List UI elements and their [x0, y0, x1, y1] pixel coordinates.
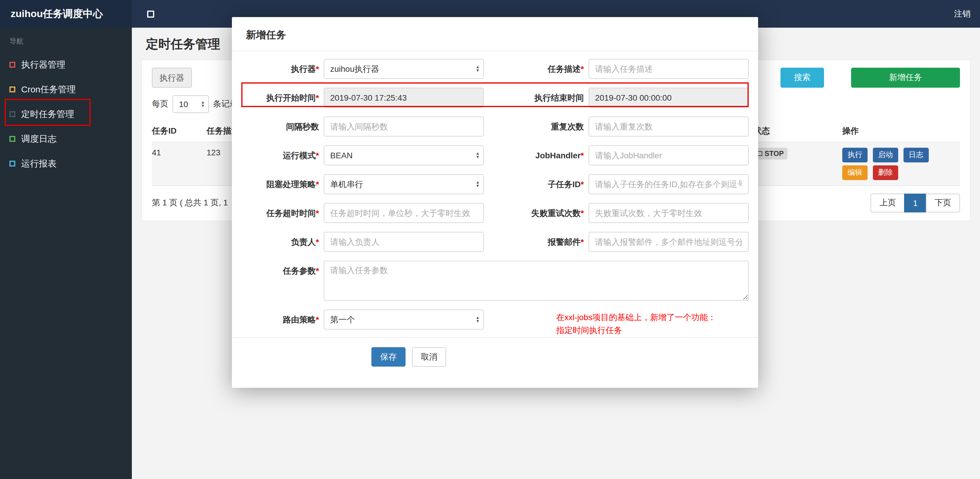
- per-page-value: 10: [179, 99, 188, 109]
- delete-button[interactable]: 删除: [873, 166, 898, 180]
- feature-note: 在xxl-jobs项目的基础上，新增了一个功能： 指定时间执行任务: [556, 310, 716, 337]
- sidebar-toggle-icon[interactable]: [147, 11, 154, 18]
- sidebar-item-label: 执行器管理: [21, 59, 65, 70]
- run-mode-select-value: BEAN: [330, 151, 353, 160]
- retry-input[interactable]: [589, 203, 749, 223]
- child-job-label: 子任务ID*: [484, 174, 584, 194]
- next-page-button[interactable]: 下页: [926, 194, 960, 212]
- header-task-id: 任务ID: [152, 121, 207, 142]
- sidebar-item-label: Cron任务管理: [21, 84, 76, 95]
- app-brand: zuihou任务调度中心: [0, 0, 132, 28]
- sidebar-item-timed-task[interactable]: 定时任务管理: [0, 102, 132, 127]
- interval-input[interactable]: [324, 116, 484, 137]
- sidebar-item-cron-task[interactable]: Cron任务管理: [0, 77, 132, 102]
- repeat-count-label: 重复次数: [484, 116, 584, 137]
- modal-title: 新增任务: [232, 17, 758, 51]
- square-icon: [10, 161, 15, 167]
- executor-filter-addon: 执行器: [152, 68, 192, 88]
- feature-note-line1: 在xxl-jobs项目的基础上，新增了一个功能：: [556, 311, 716, 324]
- sidebar-item-run-report[interactable]: 运行报表: [0, 151, 132, 176]
- cell-actions: 执行 启动 日志 编辑 删除: [842, 142, 960, 186]
- sidebar-item-dispatch-log[interactable]: 调度日志: [0, 127, 132, 151]
- per-page-select[interactable]: 10 ▲▼: [172, 95, 209, 113]
- modal-footer: 保存 取消: [232, 337, 758, 388]
- sidebar-nav-label: 导航: [0, 28, 132, 53]
- pagination-buttons: 上页 1 下页: [870, 194, 960, 212]
- log-button[interactable]: 日志: [904, 148, 929, 162]
- cell-task-id: 41: [152, 142, 207, 186]
- block-strategy-label: 阻塞处理策略*: [242, 174, 319, 194]
- modal-form: 执行器* zuihou执行器 ▲▼ 任务描述* 执行开始时间* 执行结束时间: [232, 51, 758, 337]
- add-task-button[interactable]: 新增任务: [851, 68, 960, 88]
- prev-page-button[interactable]: 上页: [870, 194, 905, 212]
- route-strategy-select-value: 第一个: [330, 315, 355, 324]
- sidebar-item-label: 调度日志: [21, 133, 57, 145]
- app-root: zuihou任务调度中心 注销 导航 执行器管理 Cron任务管理 定时任务管理…: [0, 0, 980, 479]
- logout-link[interactable]: 注销: [954, 0, 970, 28]
- status-text: STOP: [765, 150, 784, 158]
- form-row-time-range: 执行开始时间* 执行结束时间: [232, 88, 758, 108]
- form-row-executor-desc: 执行器* zuihou执行器 ▲▼ 任务描述*: [232, 59, 758, 79]
- end-time-input[interactable]: [589, 88, 749, 108]
- sidebar: 导航 执行器管理 Cron任务管理 定时任务管理 调度日志 运行报表: [0, 28, 132, 479]
- interval-label: 间隔秒数: [242, 116, 319, 137]
- add-task-modal: 新增任务 执行器* zuihou执行器 ▲▼ 任务描述* 执行开始时间*: [232, 17, 758, 388]
- run-mode-label: 运行模式*: [242, 145, 319, 166]
- action-row-2: 编辑 删除: [842, 166, 955, 180]
- select-arrows-icon: ▲▼: [476, 181, 480, 188]
- block-strategy-select[interactable]: 单机串行 ▲▼: [324, 174, 484, 194]
- alarm-email-input[interactable]: [589, 232, 749, 252]
- job-handler-input[interactable]: [589, 145, 749, 166]
- form-row-job-param: 任务参数*: [232, 261, 758, 301]
- form-row-owner-email: 负责人* 报警邮件*: [232, 232, 758, 252]
- status-badge: STOP: [753, 148, 788, 159]
- cell-status: STOP: [753, 142, 842, 186]
- job-param-label: 任务参数*: [242, 261, 319, 301]
- start-time-label: 执行开始时间*: [242, 88, 319, 108]
- form-row-block-child: 阻塞处理策略* 单机串行 ▲▼ 子任务ID*: [232, 174, 758, 194]
- block-strategy-select-value: 单机串行: [330, 180, 363, 189]
- form-row-mode-handler: 运行模式* BEAN ▲▼ JobHandler*: [232, 145, 758, 166]
- executor-select-value: zuihou执行器: [330, 64, 379, 73]
- job-desc-input[interactable]: [589, 59, 749, 79]
- executor-select[interactable]: zuihou执行器 ▲▼: [324, 59, 484, 79]
- repeat-count-input[interactable]: [589, 116, 749, 137]
- sidebar-item-label: 运行报表: [21, 158, 57, 169]
- select-arrows-icon: ▲▼: [201, 100, 205, 108]
- square-icon: [10, 86, 15, 92]
- owner-input[interactable]: [324, 232, 484, 252]
- route-strategy-select[interactable]: 第一个 ▲▼: [324, 310, 484, 329]
- start-time-input[interactable]: [324, 88, 484, 108]
- child-job-input[interactable]: [589, 174, 749, 194]
- sidebar-item-label: 定时任务管理: [21, 108, 74, 120]
- search-button[interactable]: 搜索: [781, 68, 824, 88]
- alarm-email-label: 报警邮件*: [484, 232, 584, 252]
- timeout-input[interactable]: [324, 203, 484, 223]
- retry-label: 失败重试次数*: [484, 203, 584, 223]
- route-strategy-label: 路由策略*: [242, 310, 319, 337]
- current-page-button[interactable]: 1: [904, 194, 926, 212]
- header-actions: 操作: [842, 121, 960, 142]
- square-icon: [10, 111, 15, 117]
- execute-button[interactable]: 执行: [842, 148, 867, 162]
- action-row-1: 执行 启动 日志: [842, 148, 955, 162]
- stop-square-icon: [757, 151, 762, 156]
- start-button[interactable]: 启动: [873, 148, 898, 162]
- timeout-label: 任务超时时间*: [242, 203, 319, 223]
- square-icon: [10, 136, 15, 142]
- cancel-button[interactable]: 取消: [412, 347, 446, 367]
- sidebar-item-executor-manage[interactable]: 执行器管理: [0, 53, 132, 77]
- edit-button[interactable]: 编辑: [842, 166, 867, 180]
- executor-label: 执行器*: [242, 59, 319, 79]
- form-row-timeout-retry: 任务超时时间* 失败重试次数*: [232, 203, 758, 223]
- run-mode-select[interactable]: BEAN ▲▼: [324, 145, 484, 166]
- job-param-textarea[interactable]: [324, 261, 749, 301]
- save-button[interactable]: 保存: [371, 347, 406, 367]
- select-arrows-icon: ▲▼: [476, 152, 480, 159]
- header-status: 状态: [753, 121, 842, 142]
- pagination-info: 第 1 页 ( 总共 1 页, 1: [152, 198, 228, 208]
- job-handler-label: JobHandler*: [484, 145, 584, 166]
- end-time-label: 执行结束时间: [484, 88, 584, 108]
- owner-label: 负责人*: [242, 232, 319, 252]
- select-arrows-icon: ▲▼: [476, 65, 480, 72]
